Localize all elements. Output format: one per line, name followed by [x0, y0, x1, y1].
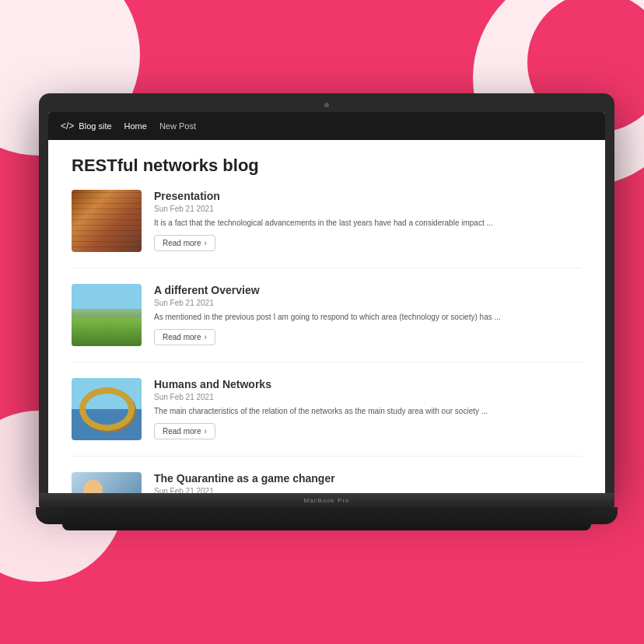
laptop-base: MacBook Pro — [39, 493, 614, 507]
blog-post-1: Presentation Sun Feb 21 2021 It is a fac… — [72, 190, 582, 268]
post-date-1: Sun Feb 21 2021 — [154, 205, 582, 213]
post-image-rope — [72, 378, 142, 440]
laptop-camera — [324, 103, 329, 107]
post-date-2: Sun Feb 21 2021 — [154, 299, 582, 307]
navbar-link-home[interactable]: Home — [124, 121, 147, 131]
navbar-brand: </> Blog site — [61, 121, 112, 131]
post-details-3: Humans and Networks Sun Feb 21 2021 The … — [154, 378, 582, 440]
post-image-building — [72, 190, 142, 252]
blog-content: RESTful networks blog Presentation Sun F… — [48, 140, 605, 493]
post-image-person — [72, 472, 142, 493]
laptop: </> Blog site Home New Post RESTful netw… — [39, 93, 614, 530]
post-image-4 — [72, 472, 142, 493]
laptop-brand-label: MacBook Pro — [303, 497, 349, 504]
post-title-3: Humans and Networks — [154, 378, 582, 390]
post-excerpt-3: The main characteristics of the relation… — [154, 405, 582, 417]
post-details-4: The Quarantine as a game changer Sun Feb… — [154, 472, 582, 493]
navbar-link-new-post[interactable]: New Post — [159, 121, 196, 131]
read-more-button-3[interactable]: Read more › — [154, 423, 215, 439]
post-excerpt-2: As mentioned in the previous post I am g… — [154, 311, 582, 323]
post-title-1: Presentation — [154, 190, 582, 202]
post-details-2: A different Overview Sun Feb 21 2021 As … — [154, 284, 582, 346]
post-image-3 — [72, 378, 142, 440]
read-more-button-1[interactable]: Read more › — [154, 235, 215, 251]
post-image-1 — [72, 190, 142, 252]
post-image-2 — [72, 284, 142, 346]
post-title-4: The Quarantine as a game changer — [154, 472, 582, 485]
post-details-1: Presentation Sun Feb 21 2021 It is a fac… — [154, 190, 582, 252]
read-more-label-2: Read more — [163, 333, 201, 341]
chevron-right-icon-2: › — [204, 333, 206, 341]
read-more-label-1: Read more — [163, 239, 201, 247]
laptop-screen: </> Blog site Home New Post RESTful netw… — [48, 112, 605, 493]
post-date-3: Sun Feb 21 2021 — [154, 393, 582, 401]
read-more-label-3: Read more — [163, 427, 201, 436]
post-image-landscape — [72, 284, 142, 346]
code-icon: </> — [61, 121, 74, 131]
post-date-4: Sun Feb 21 2021 — [154, 487, 582, 493]
read-more-button-2[interactable]: Read more › — [154, 329, 215, 345]
navbar: </> Blog site Home New Post — [48, 112, 605, 140]
post-excerpt-1: It is a fact that the technological adva… — [154, 217, 582, 229]
laptop-keyboard — [36, 507, 618, 524]
blog-title: RESTful networks blog — [72, 156, 582, 176]
blog-post-2: A different Overview Sun Feb 21 2021 As … — [72, 284, 582, 362]
post-title-2: A different Overview — [154, 284, 582, 296]
laptop-bottom-bar — [62, 524, 591, 530]
blog-post-3: Humans and Networks Sun Feb 21 2021 The … — [72, 378, 582, 457]
blog-post-4: The Quarantine as a game changer Sun Feb… — [72, 472, 582, 493]
chevron-right-icon-1: › — [204, 239, 206, 247]
laptop-screen-outer: </> Blog site Home New Post RESTful netw… — [39, 93, 614, 493]
chevron-right-icon-3: › — [204, 427, 206, 436]
navbar-brand-label: Blog site — [79, 121, 111, 131]
